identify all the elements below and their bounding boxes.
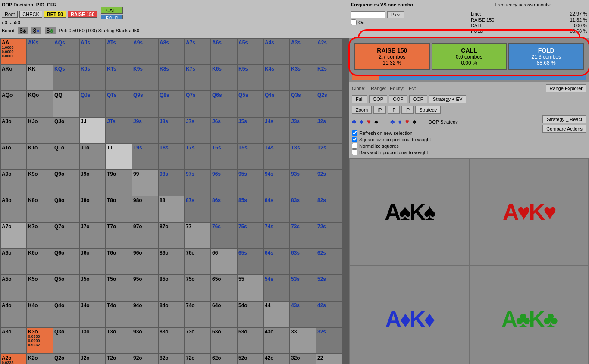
matrix-cell[interactable]: K4s <box>264 65 289 90</box>
matrix-cell[interactable]: K9s <box>132 65 158 90</box>
matrix-cell[interactable]: KQo <box>27 91 53 117</box>
matrix-cell[interactable]: J8o <box>80 196 105 222</box>
full-button[interactable]: Full <box>352 95 367 103</box>
bars-checkbox[interactable] <box>352 149 357 155</box>
call-action-box[interactable]: CALL 0.0 combos 0.00 % <box>432 43 507 70</box>
matrix-cell[interactable]: K7o <box>27 223 53 248</box>
pick-input[interactable] <box>351 11 385 18</box>
matrix-cell[interactable]: 64s <box>264 249 289 274</box>
matrix-cell[interactable]: Q7s <box>185 91 210 117</box>
matrix-cell[interactable]: K8o <box>27 196 53 222</box>
matrix-cell[interactable]: 33 <box>290 328 316 353</box>
matrix-cell[interactable]: 43o <box>264 328 289 353</box>
matrix-cell[interactable]: T4o <box>106 302 132 327</box>
matrix-cell[interactable]: 65s <box>238 249 263 274</box>
matrix-cell[interactable]: T3s <box>290 144 316 169</box>
matrix-cell[interactable]: A7o <box>1 223 26 248</box>
matrix-cell[interactable]: 85o <box>159 275 184 301</box>
matrix-cell[interactable]: T6s <box>211 144 237 169</box>
matrix-cell[interactable]: K2s <box>316 65 342 90</box>
matrix-cell[interactable]: 92o <box>132 354 158 364</box>
matrix-cell[interactable]: K9o <box>27 170 53 196</box>
matrix-cell[interactable]: 94s <box>264 170 289 196</box>
matrix-cell[interactable]: 53o <box>238 328 263 353</box>
matrix-cell[interactable]: TT <box>106 144 132 169</box>
matrix-cell[interactable]: A9s <box>132 39 158 64</box>
matrix-cell[interactable]: 92s <box>316 170 342 196</box>
ip-btn3[interactable]: IP <box>401 106 414 114</box>
matrix-cell[interactable]: A4o <box>1 302 26 327</box>
matrix-cell[interactable]: 75s <box>238 223 263 248</box>
matrix-cell[interactable]: A6o <box>1 249 26 274</box>
matrix-cell[interactable]: 74o <box>185 302 210 327</box>
matrix-cell[interactable]: J2o <box>80 354 105 364</box>
matrix-cell[interactable]: Q2s <box>316 91 342 117</box>
matrix-cell[interactable]: 53s <box>290 275 316 301</box>
matrix-cell[interactable]: 63o <box>211 328 237 353</box>
matrix-cell[interactable]: 42s <box>316 302 342 327</box>
on-checkbox[interactable] <box>351 19 357 25</box>
matrix-cell[interactable]: J9o <box>80 170 105 196</box>
matrix-cell[interactable]: Q8o <box>53 196 79 222</box>
refresh-checkbox[interactable] <box>352 130 357 136</box>
matrix-cell[interactable]: 84o <box>159 302 184 327</box>
matrix-cell[interactable]: 98o <box>132 196 158 222</box>
raise-action-box[interactable]: RAISE 150 2.7 combos 11.32 % <box>354 43 430 70</box>
matrix-cell[interactable]: 55 <box>238 275 263 301</box>
matrix-cell[interactable]: A6s <box>211 39 237 64</box>
bet-button[interactable]: BET 50 <box>44 11 66 18</box>
matrix-cell[interactable]: 63s <box>290 249 316 274</box>
matrix-cell[interactable]: KK <box>27 65 53 90</box>
matrix-cell[interactable]: J7o <box>80 223 105 248</box>
matrix-cell[interactable]: T9s <box>132 144 158 169</box>
matrix-cell[interactable]: T9o <box>106 170 132 196</box>
matrix-cell[interactable]: 76s <box>211 223 237 248</box>
normalize-checkbox[interactable] <box>352 143 357 149</box>
matrix-cell[interactable]: 66 <box>211 249 237 274</box>
matrix-cell[interactable]: 32s <box>316 328 342 353</box>
matrix-cell[interactable]: ATs <box>106 39 132 64</box>
strategy-ev-button[interactable]: Strategy + EV <box>429 95 466 103</box>
matrix-cell[interactable]: A5o <box>1 275 26 301</box>
matrix-cell[interactable]: KTo <box>27 144 53 169</box>
matrix-cell[interactable]: 83s <box>290 196 316 222</box>
root-button[interactable]: Root <box>2 11 18 18</box>
matrix-cell[interactable]: 65o <box>211 275 237 301</box>
matrix-cell[interactable]: J5o <box>80 275 105 301</box>
compare-actions-button[interactable]: Compare Actions <box>542 125 586 133</box>
matrix-cell[interactable]: A2o0.03330.00000.9667 <box>1 354 26 364</box>
matrix-cell[interactable]: AQs <box>53 39 79 64</box>
matrix-cell[interactable]: 72s <box>316 223 342 248</box>
matrix-cell[interactable]: T5s <box>238 144 263 169</box>
matrix-cell[interactable]: 95s <box>238 170 263 196</box>
matrix-cell[interactable]: K3o0.03330.00000.9667 <box>27 328 53 353</box>
matrix-cell[interactable]: J4o <box>80 302 105 327</box>
matrix-cell[interactable]: 95o <box>132 275 158 301</box>
matrix-cell[interactable]: K7s <box>185 65 210 90</box>
oop-btn1[interactable]: OOP <box>369 95 387 103</box>
matrix-cell[interactable]: 93s <box>290 170 316 196</box>
matrix-cell[interactable]: 54o <box>238 302 263 327</box>
matrix-cell[interactable]: 52o <box>238 354 263 364</box>
pick-button[interactable]: Pick <box>387 11 404 18</box>
matrix-cell[interactable]: J7s <box>185 118 210 143</box>
matrix-cell[interactable]: 43s <box>290 302 316 327</box>
matrix-cell[interactable]: J4s <box>264 118 289 143</box>
matrix-cell[interactable]: 97s <box>185 170 210 196</box>
matrix-cell[interactable]: K8s <box>159 65 184 90</box>
matrix-cell[interactable]: A3o <box>1 328 26 353</box>
matrix-cell[interactable]: 83o <box>159 328 184 353</box>
matrix-cell[interactable]: 74s <box>264 223 289 248</box>
matrix-cell[interactable]: Q3s <box>290 91 316 117</box>
matrix-cell[interactable]: QJo <box>53 118 79 143</box>
check-button[interactable]: CHECK <box>19 11 42 18</box>
matrix-cell[interactable]: K3s <box>290 65 316 90</box>
matrix-cell[interactable]: Q6s <box>211 91 237 117</box>
matrix-cell[interactable]: 86s <box>211 196 237 222</box>
matrix-cell[interactable]: 54s <box>264 275 289 301</box>
matrix-cell[interactable]: Q6o <box>53 249 79 274</box>
matrix-cell[interactable]: 73o <box>185 328 210 353</box>
matrix-cell[interactable]: KJs <box>80 65 105 90</box>
matrix-cell[interactable]: 99 <box>132 170 158 196</box>
matrix-cell[interactable]: KQs <box>53 65 79 90</box>
